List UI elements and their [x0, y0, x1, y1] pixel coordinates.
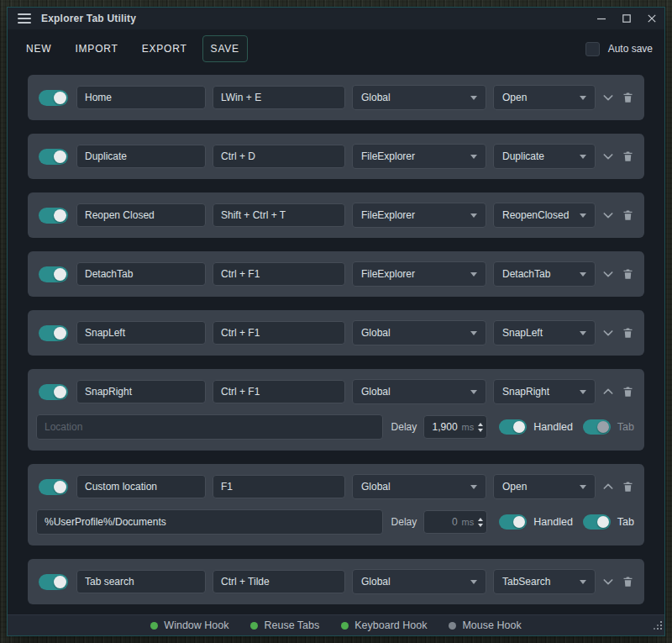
menu-item-new[interactable]: NEW	[18, 35, 60, 62]
action-select[interactable]: SnapRight	[493, 379, 596, 404]
menu-item-export[interactable]: EXPORT	[134, 35, 196, 62]
delete-button[interactable]	[619, 323, 636, 343]
location-input[interactable]	[36, 414, 383, 440]
name-input[interactable]	[76, 262, 206, 286]
close-button[interactable]	[639, 8, 664, 29]
expand-button[interactable]	[600, 87, 617, 108]
toggle-knob-icon	[54, 386, 66, 398]
hotkey-input[interactable]	[213, 262, 345, 286]
resize-grip-icon[interactable]	[654, 619, 663, 634]
minimize-button[interactable]	[589, 8, 614, 29]
menu-icon[interactable]	[18, 13, 31, 24]
scope-select[interactable]: Global	[352, 474, 486, 499]
tab-label: Tab	[617, 516, 634, 528]
action-select[interactable]: ReopenClosed	[493, 203, 596, 228]
enabled-toggle[interactable]	[39, 384, 68, 400]
autosave-checkbox[interactable]	[585, 42, 600, 56]
enabled-toggle[interactable]	[39, 149, 68, 165]
dropdown-caret-icon	[580, 485, 586, 489]
expand-button[interactable]	[600, 205, 617, 225]
hotkey-row: Global SnapRight Delay 1,900 ms	[28, 369, 644, 451]
hotkey-row-main: FileExplorer DetachTab	[28, 251, 644, 297]
tab-toggle[interactable]	[583, 419, 611, 435]
hotkey-row-main: Global SnapRight	[28, 369, 644, 414]
delete-button[interactable]	[619, 477, 636, 497]
handled-label: Handled	[533, 421, 573, 433]
scope-value: Global	[361, 576, 391, 588]
name-input[interactable]	[76, 86, 206, 109]
tab-toggle[interactable]	[583, 514, 611, 530]
name-input[interactable]	[76, 203, 206, 227]
hotkey-input[interactable]	[213, 145, 345, 168]
dropdown-caret-icon	[580, 390, 586, 394]
scope-select[interactable]: FileExplorer	[352, 261, 486, 287]
toggle-knob-icon	[513, 516, 525, 528]
enabled-toggle[interactable]	[39, 90, 68, 106]
delete-button[interactable]	[619, 264, 636, 284]
delay-input[interactable]: 0 ms	[423, 510, 487, 534]
delete-button[interactable]	[619, 205, 636, 225]
hotkey-input[interactable]	[213, 86, 345, 109]
expand-button[interactable]	[600, 477, 617, 497]
delay-label: Delay	[391, 516, 417, 528]
hotkey-input[interactable]	[213, 321, 345, 345]
hotkey-row: FileExplorer Duplicate	[28, 134, 644, 179]
status-dot-icon	[449, 622, 456, 630]
status-dot-icon	[150, 622, 158, 630]
enabled-toggle[interactable]	[39, 574, 68, 590]
expand-button[interactable]	[600, 382, 617, 402]
delay-input[interactable]: 1,900 ms	[423, 415, 487, 439]
handled-toggle[interactable]	[499, 419, 527, 435]
expand-button[interactable]	[600, 264, 617, 284]
delete-button[interactable]	[619, 382, 636, 402]
delete-button[interactable]	[619, 87, 636, 108]
toggle-knob-icon	[513, 421, 525, 433]
scope-select[interactable]: FileExplorer	[352, 203, 486, 228]
hotkey-input[interactable]	[213, 475, 345, 498]
expand-button[interactable]	[600, 572, 617, 592]
statusbar: Window Hook Reuse Tabs Keyboard Hook Mou…	[8, 614, 664, 635]
status-label: Mouse Hook	[462, 619, 521, 631]
enabled-toggle[interactable]	[39, 266, 68, 282]
scope-select[interactable]: Global	[352, 379, 486, 404]
expand-button[interactable]	[600, 146, 617, 166]
menu-item-import[interactable]: IMPORT	[66, 35, 126, 62]
spinner-up-down-icon[interactable]	[478, 518, 483, 527]
enabled-toggle[interactable]	[39, 208, 68, 224]
hotkey-input[interactable]	[213, 570, 345, 593]
delete-button[interactable]	[619, 146, 636, 166]
action-select[interactable]: Open	[493, 474, 596, 499]
hotkey-input[interactable]	[213, 203, 345, 227]
hotkey-row: Global SnapLeft	[28, 310, 644, 356]
scope-select[interactable]: Global	[352, 85, 486, 110]
scope-select[interactable]: Global	[352, 320, 486, 345]
action-select[interactable]: DetachTab	[493, 261, 596, 287]
delete-button[interactable]	[619, 572, 636, 592]
action-select[interactable]: SnapLeft	[493, 320, 596, 345]
name-input[interactable]	[76, 321, 206, 345]
menu-item-save[interactable]: SAVE	[202, 35, 248, 62]
scope-select[interactable]: Global	[352, 569, 486, 594]
name-input[interactable]	[76, 145, 206, 168]
handled-toggle[interactable]	[499, 514, 527, 530]
maximize-button[interactable]	[614, 8, 639, 29]
dropdown-caret-icon	[470, 96, 477, 100]
hotkey-row-details: Delay 1,900 ms Handled Tab	[28, 414, 644, 451]
enabled-toggle[interactable]	[39, 479, 68, 495]
location-input[interactable]	[36, 509, 383, 535]
delay-value: 0	[431, 516, 457, 528]
action-select[interactable]: Open	[493, 85, 596, 110]
action-select[interactable]: Duplicate	[493, 144, 596, 169]
action-select[interactable]: TabSearch	[493, 569, 596, 594]
spinner-up-down-icon[interactable]	[478, 423, 483, 432]
hotkey-input[interactable]	[213, 380, 345, 403]
dropdown-caret-icon	[470, 390, 477, 394]
status-label: Keyboard Hook	[354, 619, 427, 631]
name-input[interactable]	[76, 475, 206, 498]
enabled-toggle[interactable]	[39, 325, 68, 341]
titlebar: Explorer Tab Utility	[8, 8, 664, 29]
name-input[interactable]	[76, 570, 206, 593]
name-input[interactable]	[76, 380, 206, 403]
scope-select[interactable]: FileExplorer	[352, 144, 486, 169]
expand-button[interactable]	[600, 323, 617, 343]
